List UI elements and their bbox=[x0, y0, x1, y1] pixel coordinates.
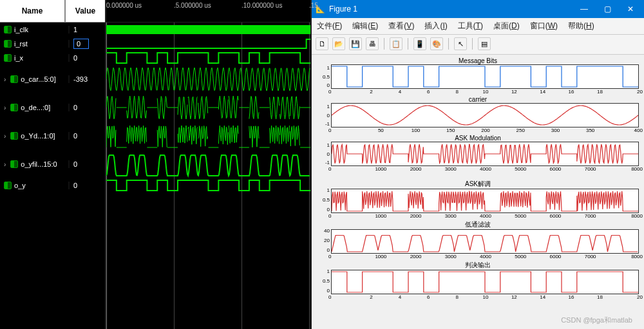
x-tick: 7000 bbox=[573, 166, 608, 172]
axes[interactable] bbox=[331, 189, 639, 213]
x-tick: 400 bbox=[608, 127, 643, 133]
y-tick: -1 bbox=[325, 121, 330, 127]
expand-icon[interactable] bbox=[4, 104, 8, 111]
menu-item[interactable]: 窗口(W) bbox=[530, 21, 558, 32]
signal-table: Name Value i_clk1i_rst0i_x0o_car...5:0]-… bbox=[0, 0, 105, 329]
expand-icon[interactable] bbox=[4, 75, 8, 83]
menu-item[interactable]: 工具(T) bbox=[458, 21, 483, 32]
x-tick: 4000 bbox=[468, 254, 503, 259]
title-bar[interactable]: 📐 Figure 1 — ▢ ✕ bbox=[312, 0, 644, 18]
waveform-viewer[interactable]: 0.000000 us.5.000000 us.10.000000 us.15. bbox=[105, 0, 312, 329]
expand-icon[interactable] bbox=[4, 160, 8, 168]
signal-name: o_de...:0] bbox=[21, 104, 50, 111]
time-tick: 0.000000 us bbox=[106, 2, 142, 9]
x-tick: 4000 bbox=[468, 166, 503, 172]
plot-title: ASK解调 bbox=[316, 180, 640, 189]
wave-row bbox=[106, 51, 310, 65]
x-tick: 7000 bbox=[573, 254, 608, 259]
signal-row[interactable]: i_rst0 bbox=[0, 37, 105, 51]
menu-item[interactable]: 帮助(H) bbox=[568, 21, 594, 32]
x-tick: 12 bbox=[500, 89, 528, 95]
panel-icon[interactable]: ▤ bbox=[478, 37, 491, 50]
y-tick: 0 bbox=[327, 113, 330, 118]
header-value[interactable]: Value bbox=[66, 0, 105, 22]
axes[interactable] bbox=[331, 142, 639, 166]
y-tick: 40 bbox=[324, 228, 330, 234]
x-tick: 8000 bbox=[608, 166, 643, 172]
menu-item[interactable]: 文件(F) bbox=[317, 21, 342, 32]
open-icon[interactable]: 📂 bbox=[332, 37, 345, 50]
y-tick: 0 bbox=[327, 82, 330, 88]
x-tick: 0 bbox=[328, 213, 363, 219]
plot: 低通滤波402000100020003000400050006000700080… bbox=[316, 220, 640, 259]
maximize-button[interactable]: ▢ bbox=[598, 5, 617, 14]
save-icon[interactable]: 💾 bbox=[349, 37, 362, 50]
toolbar: 🗋📂💾🖶📋📱🎨↖▤ bbox=[312, 35, 644, 55]
signal-row[interactable]: i_x0 bbox=[0, 51, 105, 65]
x-tick: 4000 bbox=[468, 213, 503, 219]
y-tick: 0.5 bbox=[323, 278, 330, 284]
time-ruler: 0.000000 us.5.000000 us.10.000000 us.15. bbox=[106, 0, 310, 23]
color-icon[interactable]: 🎨 bbox=[430, 37, 443, 50]
x-tick: 6 bbox=[414, 294, 442, 300]
x-tick: 2 bbox=[357, 89, 385, 95]
x-tick: 200 bbox=[468, 127, 503, 133]
time-tick: .10.000000 us bbox=[242, 2, 282, 9]
plot-title: carrier bbox=[316, 96, 640, 103]
menu-item[interactable]: 桌面(D) bbox=[493, 21, 520, 32]
x-tick: 14 bbox=[529, 89, 557, 95]
signal-row[interactable]: o_car...5:0]-393 bbox=[0, 65, 105, 93]
wave-row bbox=[106, 178, 310, 193]
y-tick: 0 bbox=[327, 247, 330, 253]
menu-item[interactable]: 插入(I) bbox=[424, 21, 447, 32]
x-tick: 7000 bbox=[573, 213, 608, 219]
axes[interactable] bbox=[331, 270, 639, 294]
x-tick: 5000 bbox=[503, 254, 538, 259]
x-tick: 1000 bbox=[363, 254, 398, 259]
signal-name: i_x bbox=[14, 54, 23, 62]
signal-value: -393 bbox=[73, 75, 88, 83]
signal-value: 0 bbox=[73, 39, 89, 49]
signal-row[interactable]: o_y0 bbox=[0, 178, 105, 193]
x-tick: 50 bbox=[363, 127, 398, 133]
new-file-icon[interactable]: 🗋 bbox=[316, 37, 328, 50]
axes[interactable] bbox=[331, 229, 639, 254]
signal-row[interactable]: o_yfil...15:00 bbox=[0, 150, 105, 178]
signal-name: o_y bbox=[14, 182, 26, 189]
signal-icon bbox=[10, 160, 18, 168]
close-button[interactable]: ✕ bbox=[621, 5, 640, 14]
copy-icon[interactable]: 📋 bbox=[390, 37, 402, 50]
pointer-icon[interactable]: ↖ bbox=[454, 37, 467, 50]
expand-icon[interactable] bbox=[4, 132, 8, 140]
y-tick: 0 bbox=[327, 151, 330, 157]
toolbar-separator bbox=[472, 38, 473, 50]
x-tick: 300 bbox=[538, 127, 573, 133]
wave-row bbox=[106, 150, 310, 178]
menu-item[interactable]: 编辑(E) bbox=[352, 21, 378, 32]
signal-row[interactable]: o_Yd...1:0]0 bbox=[0, 122, 105, 150]
x-tick: 4 bbox=[386, 89, 414, 95]
time-tick: .15. bbox=[309, 2, 320, 9]
x-tick: 2000 bbox=[398, 213, 433, 219]
y-tick: 1 bbox=[327, 104, 330, 109]
guide-icon[interactable]: 📱 bbox=[413, 37, 426, 50]
signal-icon bbox=[4, 54, 12, 62]
toolbar-separator bbox=[448, 38, 449, 50]
x-tick: 250 bbox=[503, 127, 538, 133]
minimize-button[interactable]: — bbox=[574, 5, 594, 14]
signal-row[interactable]: i_clk1 bbox=[0, 23, 105, 37]
y-tick: 1 bbox=[327, 187, 330, 193]
header-name[interactable]: Name bbox=[0, 0, 66, 22]
time-tick: .5.000000 us bbox=[174, 2, 211, 9]
signal-row[interactable]: o_de...:0]0 bbox=[0, 93, 105, 122]
x-tick: 12 bbox=[500, 294, 528, 300]
signal-name: o_Yd...1:0] bbox=[21, 132, 55, 140]
axes[interactable] bbox=[331, 64, 639, 89]
menu-item[interactable]: 查看(V) bbox=[388, 21, 414, 32]
print-icon[interactable]: 🖶 bbox=[366, 37, 379, 50]
y-tick: 0 bbox=[327, 288, 330, 294]
axes[interactable] bbox=[331, 103, 639, 127]
x-tick: 0 bbox=[328, 166, 363, 172]
signal-icon bbox=[10, 132, 18, 140]
x-tick: 4 bbox=[386, 294, 414, 300]
